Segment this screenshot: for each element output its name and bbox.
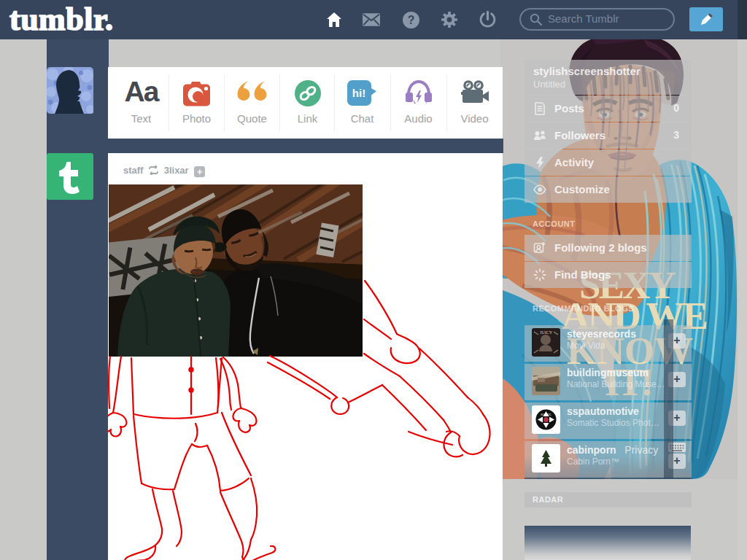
svg-text:hi!: hi! [352, 87, 365, 99]
svg-text:SOMATIC: SOMATIC [541, 413, 551, 416]
svg-text:?: ? [408, 14, 415, 26]
svg-text:JUICY: JUICY [540, 330, 553, 335]
